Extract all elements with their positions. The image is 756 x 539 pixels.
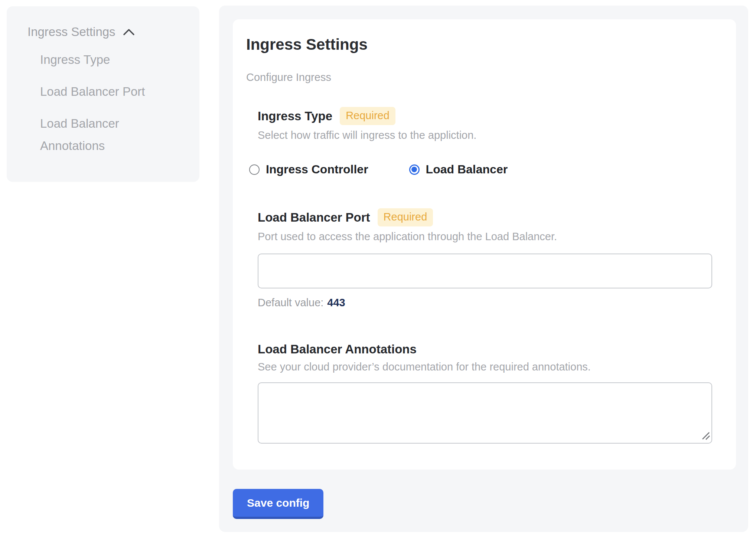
- default-value-line: Default value:443: [258, 296, 712, 309]
- load-balancer-annotations-description: See your cloud provider’s documentation …: [258, 360, 712, 373]
- ingress-settings-panel: Ingress Settings Configure Ingress Ingre…: [219, 6, 748, 532]
- load-balancer-port-input[interactable]: [258, 254, 712, 288]
- required-badge: Required: [378, 208, 433, 226]
- section-load-balancer-annotations: Load Balancer Annotations See your cloud…: [258, 342, 712, 444]
- default-value: 443: [327, 297, 345, 308]
- sidebar-section-ingress-settings[interactable]: Ingress Settings: [27, 25, 183, 39]
- section-ingress-type: Ingress Type Required Select how traffic…: [258, 107, 712, 176]
- sidebar-item-load-balancer-annotations[interactable]: Load Balancer Annotations: [40, 112, 183, 157]
- settings-sidebar: Ingress Settings Ingress Type Load Balan…: [7, 6, 199, 182]
- load-balancer-port-title: Load Balancer Port: [258, 210, 370, 225]
- ingress-type-description: Select how traffic will ingress to the a…: [258, 129, 712, 142]
- radio-label-load-balancer: Load Balancer: [426, 163, 508, 176]
- load-balancer-annotations-textarea[interactable]: [258, 382, 712, 444]
- page-subtitle: Configure Ingress: [246, 71, 712, 84]
- radio-unselected-icon[interactable]: [249, 164, 260, 175]
- radio-label-ingress-controller: Ingress Controller: [266, 163, 368, 176]
- radio-option-ingress-controller[interactable]: Ingress Controller: [249, 163, 368, 176]
- load-balancer-port-description: Port used to access the application thro…: [258, 230, 712, 243]
- ingress-type-radio-group: Ingress Controller Load Balancer: [249, 163, 712, 176]
- radio-option-load-balancer[interactable]: Load Balancer: [409, 163, 508, 176]
- section-load-balancer-port: Load Balancer Port Required Port used to…: [258, 208, 712, 309]
- required-badge: Required: [340, 107, 395, 125]
- sidebar-section-label: Ingress Settings: [27, 25, 115, 39]
- chevron-up-icon[interactable]: [123, 25, 135, 39]
- resize-handle-icon[interactable]: [700, 430, 710, 441]
- ingress-settings-card: Ingress Settings Configure Ingress Ingre…: [233, 19, 736, 470]
- ingress-type-title: Ingress Type: [258, 109, 332, 124]
- radio-selected-icon[interactable]: [409, 164, 420, 175]
- page-title: Ingress Settings: [246, 35, 712, 54]
- sidebar-item-load-balancer-port[interactable]: Load Balancer Port: [40, 81, 183, 103]
- load-balancer-annotations-title: Load Balancer Annotations: [258, 342, 417, 357]
- save-config-button[interactable]: Save config: [233, 489, 323, 519]
- default-value-label: Default value:: [258, 297, 323, 308]
- sidebar-item-ingress-type[interactable]: Ingress Type: [40, 49, 183, 71]
- sidebar-item-list: Ingress Type Load Balancer Port Load Bal…: [40, 49, 183, 157]
